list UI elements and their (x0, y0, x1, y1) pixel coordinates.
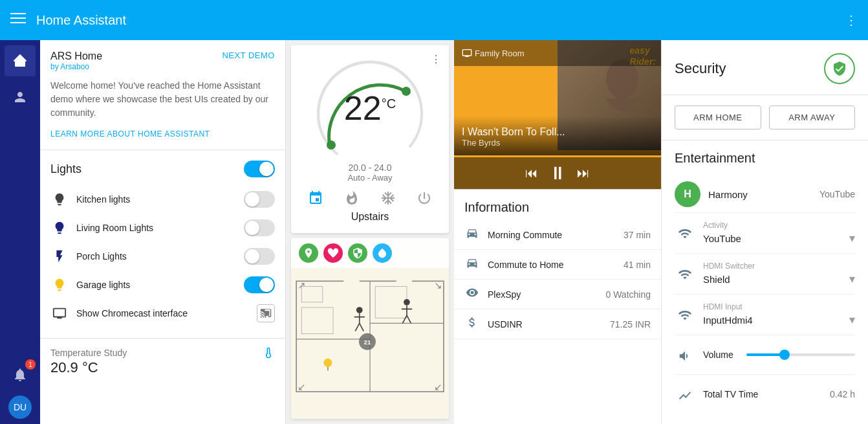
svg-rect-1 (10, 17, 26, 19)
entertainment-title: Entertainment (675, 151, 855, 166)
light-name: Kitchen lights (76, 194, 236, 205)
hdmi-switcher-row: HDMI Switcher Shield ▾ (675, 254, 855, 295)
next-demo-button[interactable]: NEXT DEMO (222, 50, 275, 60)
activity-value: YouTube (703, 233, 741, 244)
home-author[interactable]: by Arsaboo (50, 62, 275, 71)
lightning-icon (50, 247, 69, 265)
svg-point-23 (404, 299, 410, 306)
thermostat-temp-value: 22 (344, 91, 382, 125)
prev-track-button[interactable]: ⏮ (525, 166, 538, 181)
harmony-value: YouTube (819, 189, 855, 199)
floorplan-btn-a[interactable] (299, 243, 318, 263)
tv-icon (462, 48, 472, 58)
activity-select-row[interactable]: YouTube ▾ (703, 231, 855, 245)
sidebar-item-home[interactable] (5, 45, 36, 76)
temp-study-label: Temperature Study (50, 348, 127, 358)
security-header: Security (662, 40, 868, 95)
monitor-icon (50, 304, 69, 322)
hdmi-input-chevron-icon: ▾ (849, 313, 855, 327)
lights-section: Lights Kitchen lights Living Roo (40, 150, 285, 339)
hdmi-switcher-value: Shield (703, 274, 730, 285)
notification-wrap: 1 (5, 359, 36, 390)
thermometer-icon (262, 346, 275, 359)
svg-text:↗: ↗ (298, 281, 306, 291)
svg-point-5 (402, 87, 411, 96)
next-track-button[interactable]: ⏭ (577, 166, 590, 181)
svg-text:↙: ↙ (434, 382, 442, 392)
media-info: I Wasn't Born To Foll... The Byrds (454, 116, 661, 155)
light-name: Garage lights (76, 280, 236, 290)
sidebar-item-notifications[interactable]: 1 (5, 359, 36, 390)
activity-content: Activity YouTube ▾ (703, 221, 855, 245)
floorplan-header (291, 238, 449, 268)
calendar-icon[interactable] (305, 188, 326, 208)
sidenav: 1 DU (0, 40, 40, 424)
power-icon[interactable] (414, 188, 435, 208)
volume-thumb[interactable] (779, 350, 790, 360)
total-tv-time-label: Total TV Time (703, 389, 822, 399)
menu-icon[interactable] (10, 10, 26, 30)
floorplan-btn-s[interactable] (348, 243, 367, 263)
hdmi-input-content: HDMI Input InputHdmi4 ▾ (703, 302, 855, 327)
thermostat-temp-display: 22 °C (344, 91, 396, 125)
kitchen-lights-toggle[interactable] (244, 191, 275, 208)
svg-text:21: 21 (364, 339, 371, 346)
temp-study-value: 20.9 °C (50, 359, 275, 376)
commute-home-label: Commute to Home (488, 260, 616, 270)
usdinr-label: USDINR (488, 319, 602, 329)
left-panel: NEXT DEMO ARS Home by Arsaboo Welcome ho… (40, 40, 286, 424)
light-name: Porch Lights (76, 251, 236, 262)
plexspy-value: 0 Watching (605, 289, 651, 300)
svg-point-28 (323, 359, 332, 367)
more-options-icon[interactable]: ⋮ (845, 12, 858, 28)
security-shield-icon (824, 53, 855, 84)
panels: NEXT DEMO ARS Home by Arsaboo Welcome ho… (40, 40, 868, 424)
snowflake-icon[interactable] (378, 188, 398, 208)
activity-row-inner: Activity YouTube ▾ (675, 221, 855, 245)
dollar-icon (464, 316, 480, 332)
security-buttons: ARM HOME ARM AWAY (662, 95, 868, 140)
lights-master-toggle[interactable] (244, 161, 275, 177)
garage-lights-toggle[interactable] (244, 276, 275, 293)
hdmi-switcher-select-row[interactable]: Shield ▾ (703, 272, 855, 286)
floorplan-btn-h[interactable] (323, 243, 343, 263)
chart-icon (675, 385, 695, 406)
user-avatar[interactable]: DU (8, 396, 32, 419)
harmony-row: H Harmony YouTube (675, 176, 855, 213)
flame-icon[interactable] (342, 188, 362, 208)
home-info-section: NEXT DEMO ARS Home by Arsaboo Welcome ho… (40, 40, 285, 150)
floorplan-btn-w[interactable] (373, 243, 392, 263)
thermostat-more-icon[interactable]: ⋮ (431, 53, 441, 65)
media-card: easyRider: Family Room I Wasn't Born To … (454, 40, 661, 189)
sidebar-item-person[interactable] (5, 82, 36, 113)
learn-more-link[interactable]: LEARN MORE ABOUT HOME ASSISTANT (50, 129, 210, 139)
hdmi-input-select-row[interactable]: InputHdmi4 ▾ (703, 313, 855, 327)
chromecast-icon[interactable] (257, 304, 275, 322)
information-card: Information Morning Commute 37 min Commu… (454, 189, 661, 424)
media-artist: The Byrds (462, 138, 653, 148)
thermostat-circle: 22 °C (312, 56, 428, 160)
bulb-on-icon (50, 276, 69, 294)
living-room-lights-toggle[interactable] (244, 219, 275, 236)
morning-commute-label: Morning Commute (488, 230, 616, 240)
arm-away-button[interactable]: ARM AWAY (769, 106, 856, 129)
list-item: Kitchen lights (50, 185, 275, 214)
pause-button[interactable]: ⏸ (548, 162, 567, 184)
volume-slider[interactable] (746, 353, 855, 356)
eye-icon (464, 286, 480, 302)
list-item: Garage lights (50, 271, 275, 299)
total-tv-time-value: 0.42 h (830, 389, 855, 399)
arm-home-button[interactable]: ARM HOME (675, 106, 761, 129)
lights-header: Lights (50, 161, 275, 177)
thermostat-mode: Auto - Away (347, 173, 392, 183)
list-item: Morning Commute 37 min (454, 220, 661, 250)
svg-text:↘: ↘ (434, 281, 442, 291)
security-panel: Security ARM HOME ARM AWAY Entertainment… (661, 40, 868, 424)
thermostat-name: Upstairs (351, 211, 389, 223)
thermostat-display: 22 °C (344, 91, 396, 125)
svg-point-4 (327, 140, 336, 150)
entertainment-section: Entertainment H Harmony YouTube Activity (662, 140, 868, 424)
svg-rect-2 (10, 22, 26, 23)
porch-lights-toggle[interactable] (244, 248, 275, 265)
lights-title: Lights (50, 162, 81, 176)
